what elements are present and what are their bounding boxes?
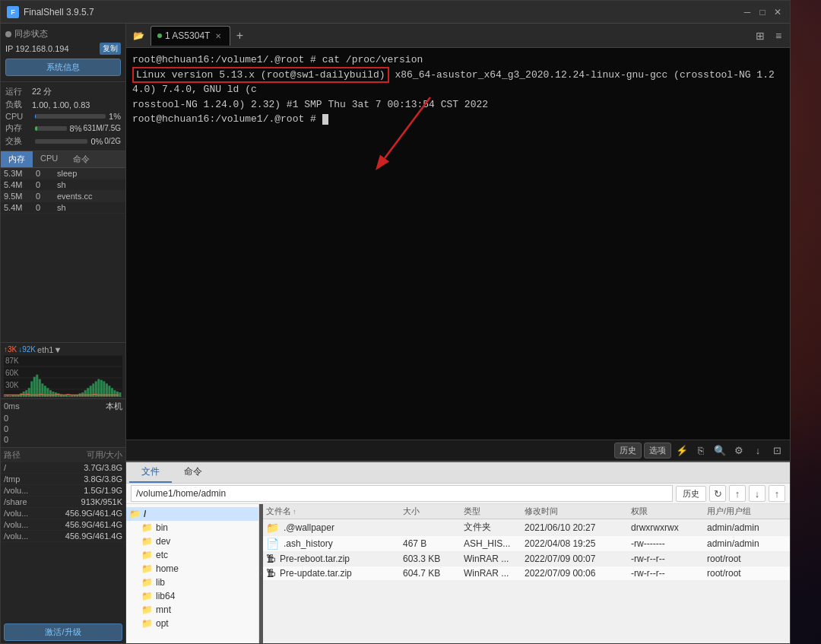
list-item: /volu... 456.9G/461.4G [1, 508, 125, 519]
tab-commands[interactable]: 命令 [172, 462, 214, 483]
refresh-button[interactable]: ↻ [709, 485, 726, 502]
sync-status-dot [5, 31, 11, 37]
minimize-button[interactable]: ─ [741, 6, 753, 18]
tree-item-dev[interactable]: 📁 dev [126, 535, 258, 548]
terminal-line: root@hchuan16:/volume1/.@root # cat /pro… [132, 52, 784, 68]
list-item: /share 913K/951K [1, 496, 125, 508]
col-header-name[interactable]: 文件名 ↑ [266, 506, 403, 517]
terminal-line: Linux version 5.13.x (root@sw1-dailybuil… [132, 68, 784, 97]
terminal-area[interactable]: root@hchuan16:/volume1/.@root # cat /pro… [126, 48, 790, 439]
file-list: 文件名 ↑ 大小 类型 修改时间 权限 用户/用户组 📁.@wallpaper … [263, 504, 790, 643]
download-icon-button[interactable]: ↓ [750, 443, 766, 459]
history-button[interactable]: 历史 [614, 443, 642, 458]
folder-icon: 📁 [141, 563, 153, 574]
net-interface: eth1 [37, 345, 53, 354]
maximize-button[interactable]: □ [756, 6, 769, 18]
mem-bar [35, 126, 67, 131]
tab-cmd[interactable]: 命令 [65, 151, 97, 167]
ping-values: 0 0 0 [4, 412, 122, 446]
tree-item-etc[interactable]: 📁 etc [126, 548, 258, 562]
mem-detail: 631M/7.5G [84, 124, 121, 132]
add-tab-button[interactable]: + [230, 27, 249, 45]
file-icon: 📄 [266, 538, 279, 550]
disk-header-path: 路径 [4, 449, 38, 461]
tab-as5304t[interactable]: 1 AS5304T ✕ [151, 26, 230, 46]
disk-header-size: 可用/大小 [38, 449, 122, 461]
col-header-date[interactable]: 修改时间 [525, 506, 631, 517]
tree-item-bin[interactable]: 📁 bin [126, 521, 258, 535]
cpu-value: 1% [109, 112, 121, 121]
cpu-bar [35, 114, 106, 119]
table-row[interactable]: 🗜Pre-reboot.tar.zip 603.3 KB WinRAR ... … [263, 552, 790, 566]
sys-info-button[interactable]: 系统信息 [5, 59, 121, 76]
window-controls: ─ □ ✕ [741, 6, 784, 18]
tree-item-opt[interactable]: 📁 opt [126, 617, 258, 630]
mem-label: 内存 [5, 122, 32, 134]
ip-address: IP 192.168.0.194 [5, 44, 69, 53]
net-upload: ↑3K [4, 345, 17, 354]
zip-icon: 🗜 [266, 568, 275, 579]
col-header-type[interactable]: 类型 [464, 506, 525, 517]
bottom-tabs: 文件 命令 [126, 462, 790, 484]
tab-close-button[interactable]: ✕ [213, 30, 223, 41]
process-tabs: 内存 CPU 命令 [1, 151, 125, 168]
app-icon: F [7, 6, 19, 18]
tree-item-lib[interactable]: 📁 lib [126, 576, 258, 589]
sync-label: 同步状态 [14, 28, 48, 40]
path-input[interactable] [131, 485, 673, 502]
title-bar: F FinalShell 3.9.5.7 ─ □ ✕ [1, 1, 790, 24]
folder-icon: 📁 [141, 618, 153, 629]
table-row[interactable]: 📁.@wallpaper 文件夹 2021/06/10 20:27 drwxrw… [263, 519, 790, 536]
grid-view-button[interactable]: ⊞ [752, 27, 769, 44]
folder-icon: 📁 [266, 522, 279, 534]
lightning-icon-button[interactable]: ⚡ [674, 443, 690, 459]
copy-ip-button[interactable]: 复制 [100, 43, 121, 55]
col-header-size[interactable]: 大小 [403, 506, 464, 517]
net-dropdown-icon[interactable]: ▼ [53, 345, 62, 354]
fullscreen-icon-button[interactable]: ⊡ [769, 443, 785, 459]
tab-label: 1 AS5304T [165, 30, 210, 41]
tree-item-root[interactable]: 📁 / [126, 507, 258, 521]
terminal-toolbar: 历史 选项 ⚡ ⎘ 🔍 ⚙ ↓ ⊡ [126, 439, 790, 461]
tab-mem[interactable]: 内存 [1, 151, 33, 167]
file-list-header: 文件名 ↑ 大小 类型 修改时间 权限 用户/用户组 [263, 504, 790, 519]
folder-icon: 📁 [141, 604, 153, 615]
list-item: 5.4M 0 sh [1, 179, 125, 191]
tree-item-lib64[interactable]: 📁 lib64 [126, 589, 258, 603]
list-view-button[interactable]: ≡ [770, 27, 787, 44]
activate-button[interactable]: 激活/升级 [4, 623, 122, 641]
new-folder-button[interactable]: ↑ [769, 485, 785, 502]
tree-item-home[interactable]: 📁 home [126, 562, 258, 576]
table-row[interactable]: 📄.ash_history 467 B ASH_HIS... 2022/04/0… [263, 536, 790, 552]
tab-cpu[interactable]: CPU [33, 151, 65, 167]
options-button[interactable]: 选项 [644, 443, 671, 458]
list-item: /volu... 1.5G/1.9G [1, 485, 125, 496]
file-history-button[interactable]: 历史 [676, 486, 706, 502]
net-download: ↓92K [18, 345, 36, 354]
list-item: /volu... 456.9G/461.4G [1, 519, 125, 531]
col-header-owner[interactable]: 用户/用户组 [707, 506, 787, 517]
folder-icon: 📁 [141, 536, 153, 547]
ping-value: 0ms [4, 401, 20, 411]
load-label: 负载 [5, 99, 32, 110]
tree-item-mnt[interactable]: 📁 mnt [126, 603, 258, 617]
mem-value: 8% [70, 124, 82, 133]
swap-bar [35, 139, 87, 144]
settings-icon-button[interactable]: ⚙ [731, 443, 747, 459]
download-file-button[interactable]: ↓ [749, 485, 766, 502]
sync-section: 同步状态 IP 192.168.0.194 复制 系统信息 [1, 24, 125, 82]
search-icon-button[interactable]: 🔍 [712, 443, 728, 459]
file-toolbar: 历史 ↻ ↑ ↓ ↑ [126, 484, 790, 504]
table-row[interactable]: 🗜Pre-update.tar.zip 604.7 KB WinRAR ... … [263, 566, 790, 581]
upload-button[interactable]: ↑ [729, 485, 746, 502]
copy-icon-button[interactable]: ⎘ [693, 443, 709, 459]
folder-icon-button[interactable]: 📂 [129, 27, 147, 45]
col-header-perm[interactable]: 权限 [631, 506, 707, 517]
tab-files[interactable]: 文件 [129, 462, 172, 483]
folder-icon: 📁 [141, 550, 153, 560]
list-item: 9.5M 0 events.cc [1, 191, 125, 202]
close-button[interactable]: ✕ [772, 6, 784, 18]
list-item: 5.4M 0 sh [1, 202, 125, 214]
cpu-label: CPU [5, 112, 32, 121]
list-item: 5.3M 0 sleep [1, 168, 125, 179]
